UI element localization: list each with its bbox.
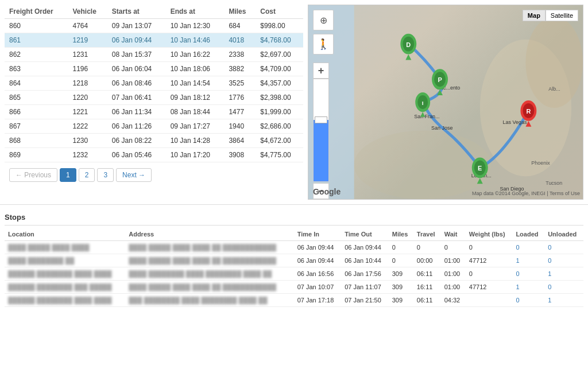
miles-cell: 4018	[224, 33, 256, 48]
svg-marker-16	[405, 54, 411, 60]
stop-address-cell: ███ ████████ ████ ████████ ████ ██	[125, 294, 293, 307]
pagination: ← Previous 1 2 3 Next →	[5, 162, 303, 188]
freight-table-row[interactable]: 866 1221 06 Jan 11:34 08 Jan 18:44 1477 …	[5, 105, 303, 119]
miles-cell: 3908	[224, 148, 256, 162]
freight-table-row[interactable]: 863 1196 06 Jan 06:04 10 Jan 18:06 3882 …	[5, 62, 303, 76]
page-3-button[interactable]: 3	[97, 168, 114, 182]
map-section: San Fran... San Jose Las Vegas Los An...…	[308, 5, 583, 200]
stop-loaded-cell[interactable]: 0	[512, 267, 544, 281]
map-zoom-bar[interactable]	[313, 79, 329, 182]
svg-text:Alb...: Alb...	[548, 86, 560, 92]
stop-wait-cell: 01:00	[441, 254, 466, 267]
stop-time-in-cell: 06 Jan 09:44	[294, 254, 342, 267]
cost-cell: $1,999.00	[256, 105, 303, 119]
stops-col-wait: Wait	[441, 228, 466, 241]
stop-unloaded-cell[interactable]: 0	[544, 241, 583, 254]
stop-loaded-cell[interactable]: 1	[512, 254, 544, 267]
freight-table-row[interactable]: 862 1231 08 Jan 15:37 10 Jan 16:22 2338 …	[5, 48, 303, 62]
cost-cell: $2,398.00	[256, 91, 303, 105]
miles-cell: 3864	[224, 134, 256, 148]
stop-location-cell: ████ ████████ ██	[5, 254, 125, 267]
stops-table-row: ██████ ████████ ████ ████ ███ ████████ █…	[5, 294, 583, 307]
stop-time-out-cell: 06 Jan 10:44	[341, 254, 389, 267]
col-miles: Miles	[224, 5, 256, 19]
ends-at-cell: 10 Jan 16:22	[166, 48, 225, 62]
google-logo: Google	[313, 187, 341, 196]
stop-miles-cell: 0	[389, 254, 413, 267]
map-button[interactable]: Map	[523, 10, 546, 21]
freight-table-row[interactable]: 865 1220 07 Jan 06:41 09 Jan 18:12 1776 …	[5, 91, 303, 105]
freight-table-row[interactable]: 861 1219 06 Jan 09:44 10 Jan 14:46 4018 …	[5, 33, 303, 48]
stops-table-row: ████ █████ ████ ████ ████ █████ ████ ███…	[5, 241, 583, 254]
starts-at-cell: 09 Jan 13:07	[107, 19, 166, 33]
map-type-controls: Map Satellite	[523, 10, 578, 21]
stop-location-cell: ████ █████ ████ ████	[5, 241, 125, 254]
stops-col-miles: Miles	[389, 228, 413, 241]
stop-time-out-cell: 06 Jan 17:56	[341, 267, 389, 281]
stop-unloaded-cell[interactable]: 1	[544, 294, 583, 307]
vehicle-cell: 1230	[68, 134, 107, 148]
stops-table: Location Address Time In Time Out Miles …	[5, 228, 583, 307]
svg-text:D: D	[406, 41, 411, 48]
top-section: Freight Order Vehicle Starts at Ends at …	[0, 0, 588, 204]
freight-table-row[interactable]: 868 1230 06 Jan 08:22 10 Jan 14:28 3864 …	[5, 134, 303, 148]
vehicle-cell: 1220	[68, 91, 107, 105]
stop-unloaded-cell[interactable]: 0	[544, 254, 583, 267]
starts-at-cell: 06 Jan 06:04	[107, 62, 166, 76]
freight-table: Freight Order Vehicle Starts at Ends at …	[5, 5, 303, 162]
stops-table-row: ██████ ████████ ████ ████ ████ ████████ …	[5, 267, 583, 281]
stop-weight-cell: 0	[466, 267, 513, 281]
prev-page-button[interactable]: ← Previous	[9, 168, 57, 182]
stop-weight-cell: 47712	[466, 281, 513, 294]
freight-order-cell: 860	[5, 19, 68, 33]
stops-col-location: Location	[5, 228, 125, 241]
stops-table-row: ██████ ████████ ███ █████ ████ █████ ███…	[5, 281, 583, 294]
page-1-button[interactable]: 1	[60, 168, 76, 182]
stop-time-out-cell: 07 Jan 21:50	[341, 294, 389, 307]
map-copyright: Map data ©2014 Google, INEGI | Terms of …	[472, 191, 580, 196]
vehicle-cell: 1222	[68, 119, 107, 134]
ends-at-cell: 10 Jan 14:54	[166, 76, 225, 91]
stop-time-in-cell: 06 Jan 09:44	[294, 241, 342, 254]
miles-cell: 1940	[224, 119, 256, 134]
cost-cell: $4,357.00	[256, 76, 303, 91]
stop-address-cell: ████ █████ ████ ████ ██ ████████████	[125, 254, 293, 267]
freight-order-cell: 868	[5, 134, 68, 148]
starts-at-cell: 06 Jan 11:26	[107, 119, 166, 134]
ends-at-cell: 10 Jan 12:30	[166, 19, 225, 33]
stop-loaded-cell[interactable]: 0	[512, 241, 544, 254]
stops-section: Stops Location Address Time In Time Out …	[0, 204, 588, 312]
ends-at-cell: 08 Jan 18:44	[166, 105, 225, 119]
freight-table-row[interactable]: 864 1218 06 Jan 08:46 10 Jan 14:54 3525 …	[5, 76, 303, 91]
vehicle-cell: 1221	[68, 105, 107, 119]
freight-table-row[interactable]: 860 4764 09 Jan 13:07 10 Jan 12:30 684 $…	[5, 19, 303, 33]
stop-loaded-cell[interactable]: 1	[512, 281, 544, 294]
map-svg: San Fran... San Jose Las Vegas Los An...…	[308, 5, 583, 199]
stops-col-weight: Weight (lbs)	[466, 228, 513, 241]
svg-text:I: I	[422, 100, 424, 106]
vehicle-cell: 1218	[68, 76, 107, 91]
svg-text:P: P	[438, 76, 442, 83]
freight-table-row[interactable]: 869 1232 06 Jan 05:46 10 Jan 17:20 3908 …	[5, 148, 303, 162]
freight-table-row[interactable]: 867 1222 06 Jan 11:26 09 Jan 17:27 1940 …	[5, 119, 303, 134]
starts-at-cell: 06 Jan 05:46	[107, 148, 166, 162]
svg-point-2	[354, 131, 492, 199]
svg-text:Tucson: Tucson	[546, 180, 562, 186]
starts-at-cell: 06 Jan 08:22	[107, 134, 166, 148]
miles-cell: 684	[224, 19, 256, 33]
stop-loaded-cell[interactable]: 0	[512, 294, 544, 307]
freight-order-cell: 866	[5, 105, 68, 119]
next-page-button[interactable]: Next →	[116, 168, 152, 182]
satellite-button[interactable]: Satellite	[546, 10, 578, 21]
map-navigate-control[interactable]: ⊕	[313, 10, 334, 30]
stop-unloaded-cell[interactable]: 0	[544, 281, 583, 294]
stops-title: Stops	[5, 209, 583, 226]
cost-cell: $2,697.00	[256, 48, 303, 62]
starts-at-cell: 06 Jan 08:46	[107, 76, 166, 91]
stop-unloaded-cell[interactable]: 1	[544, 267, 583, 281]
page-2-button[interactable]: 2	[79, 168, 95, 182]
svg-point-1	[525, 17, 583, 108]
vehicle-cell: 1196	[68, 62, 107, 76]
map-zoom-in-button[interactable]: +	[313, 63, 329, 79]
map-streetview-control[interactable]: 🚶	[313, 34, 334, 55]
